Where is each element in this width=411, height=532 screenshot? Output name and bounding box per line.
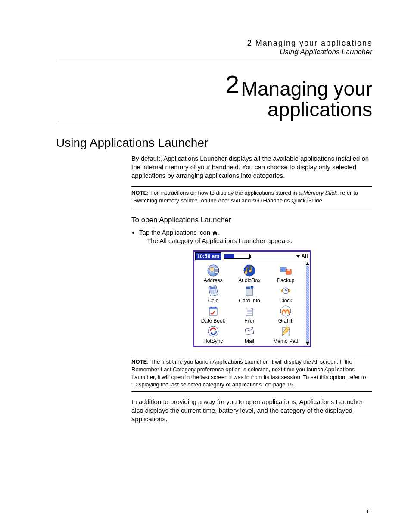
section-heading: Using Applications Launcher	[56, 136, 372, 150]
bullet-text: Tap the Applications icon	[139, 229, 212, 236]
app-datebook[interactable]: Date Book	[195, 305, 231, 324]
chapter-title: 2 Managing your applications	[125, 72, 372, 120]
app-filer[interactable]: Filer	[231, 305, 268, 324]
chapter-number: 2	[225, 70, 239, 98]
note-text-a: For instructions on how to display the a…	[150, 190, 303, 196]
app-hotsync[interactable]: HotSync	[195, 325, 231, 344]
scroll-up-icon	[306, 262, 309, 265]
intro-paragraph: By default, Applications Launcher displa…	[131, 154, 372, 180]
note-label: NOTE:	[131, 190, 149, 196]
note-box: NOTE: For instructions on how to display…	[131, 186, 372, 207]
app-backup[interactable]: Backup	[268, 264, 304, 283]
palm-statusbar: 10:58 am All	[194, 252, 310, 261]
running-header: 2 Managing your applications Using Appli…	[56, 39, 372, 56]
scroll-track	[306, 266, 309, 342]
palm-app-grid: Address AudioBox Backup Calc	[194, 261, 305, 346]
bullet-subline: The All category of Applications Launche…	[147, 237, 372, 244]
app-cardinfo[interactable]: i Card Info	[231, 284, 268, 304]
dropdown-triangle-icon	[296, 255, 300, 258]
note-label: NOTE:	[131, 358, 149, 365]
page-number: 11	[366, 508, 372, 515]
app-mail[interactable]: Mail	[231, 325, 268, 344]
launcher-screenshot: 10:58 am All Address	[131, 250, 372, 347]
svg-rect-16	[210, 292, 212, 295]
palm-device: 10:58 am All Address	[193, 250, 311, 347]
palm-category-selector[interactable]: All	[296, 253, 308, 259]
app-memopad[interactable]: Memo Pad	[268, 325, 304, 344]
app-address[interactable]: Address	[195, 264, 231, 283]
closing-paragraph: In addition to providing a way for you t…	[131, 398, 372, 424]
instruction-list: Tap the Applications icon . The All cate…	[139, 229, 372, 244]
palm-scrollbar[interactable]	[305, 261, 310, 346]
svg-text:i: i	[252, 286, 252, 289]
divider	[56, 59, 372, 59]
scroll-down-icon	[306, 342, 309, 345]
battery-icon	[224, 254, 250, 259]
svg-point-28	[210, 307, 212, 308]
palm-time: 10:58 am	[195, 252, 221, 260]
header-chapter: 2 Managing your applications	[56, 39, 372, 48]
subsection-heading: To open Applications Launcher	[131, 216, 372, 224]
app-calc[interactable]: Calc	[195, 284, 231, 304]
bullet-tail: .	[218, 229, 220, 236]
svg-rect-13	[210, 290, 212, 292]
palm-category-label: All	[301, 253, 308, 259]
svg-rect-8	[281, 268, 286, 271]
chapter-text: Managing your applications	[241, 78, 372, 121]
svg-rect-10	[287, 269, 290, 271]
svg-rect-18	[215, 292, 217, 294]
svg-point-1	[210, 267, 214, 271]
note-text: The first time you launch Applications L…	[131, 358, 366, 388]
svg-rect-14	[212, 290, 214, 292]
home-icon	[212, 230, 218, 237]
header-section: Using Applications Launcher	[56, 48, 372, 56]
svg-rect-15	[214, 289, 216, 292]
instruction-item: Tap the Applications icon . The All cate…	[139, 229, 372, 244]
note-box: NOTE: The first time you launch Applicat…	[131, 355, 372, 391]
divider	[56, 124, 372, 124]
app-clock[interactable]: Clock	[268, 284, 304, 304]
app-audiobox[interactable]: AudioBox	[231, 264, 268, 283]
svg-rect-27	[209, 307, 217, 309]
svg-point-29	[215, 307, 216, 308]
app-graffiti[interactable]: Graffiti	[268, 305, 304, 324]
svg-rect-17	[212, 292, 215, 294]
note-memory-stick: Memory Stick	[303, 190, 337, 196]
